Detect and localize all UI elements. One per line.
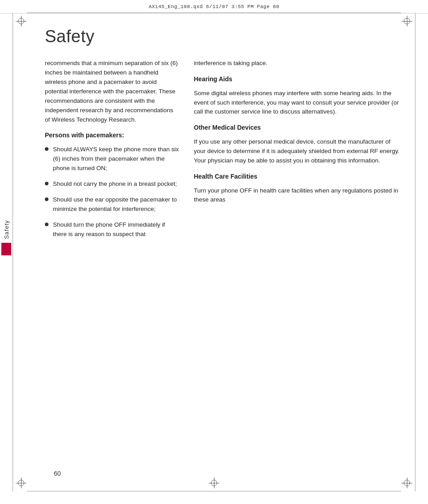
bullet-list: Should ALWAYS keep the phone more than s… [45,145,179,239]
bullet-dot [45,197,48,201]
other-medical-text: If you use any other personal medical de… [194,137,401,166]
interference-text: interference is taking place. [194,59,401,68]
sidebar-tab: Safety [0,220,13,269]
bullet-text-1: Should ALWAYS keep the phone more than s… [53,145,179,173]
health-care-text: Turn your phone OFF in health care facil… [194,186,401,205]
health-care-heading: Health Care Facilities [194,172,401,182]
two-column-layout: recommends that a minimum separation of … [45,59,401,245]
reg-mark-bottom-left [16,478,26,488]
list-item: Should not carry the phone in a breast p… [45,180,179,189]
bullet-text-2: Should not carry the phone in a breast p… [53,180,177,189]
bullet-dot [45,182,48,185]
reg-mark-bottom-right [402,478,412,488]
sidebar-tab-label: Safety [3,220,10,239]
pacemakers-heading: Persons with pacemakers: [45,131,179,140]
list-item: Should turn the phone OFF immediately if… [45,220,179,239]
right-column: interference is taking place. Hearing Ai… [194,59,401,245]
crop-mark-right [415,13,415,491]
list-item: Should ALWAYS keep the phone more than s… [45,145,179,173]
bullet-dot [45,147,48,151]
bullet-text-3: Should use the ear opposite the pacemake… [53,195,179,214]
intro-paragraph: recommends that a minimum separation of … [45,59,179,124]
hearing-aids-text: Some digital wireless phones may interfe… [194,89,401,117]
bullet-text-4: Should turn the phone OFF immediately if… [53,220,179,239]
hearing-aids-heading: Hearing Aids [194,75,401,84]
reg-mark-top-right [402,16,412,26]
bullet-dot [45,223,48,226]
left-column: recommends that a minimum separation of … [45,59,179,245]
sidebar-tab-color-bar [1,243,11,255]
reg-mark-top-left [16,16,26,26]
other-medical-heading: Other Medical Devices [194,123,401,133]
main-content: Safety recommends that a minimum separat… [45,27,401,468]
page-number: 60 [54,470,61,477]
page-title: Safety [45,27,401,46]
header-bar: AX145_Eng_100.qxd 6/11/07 3:55 PM Page 6… [0,0,428,13]
crop-mark-left [13,13,13,491]
reg-mark-bottom-center [209,478,219,488]
header-text: AX145_Eng_100.qxd 6/11/07 3:55 PM Page 6… [148,4,279,9]
list-item: Should use the ear opposite the pacemake… [45,195,179,214]
crop-mark-bottom [27,491,401,491]
